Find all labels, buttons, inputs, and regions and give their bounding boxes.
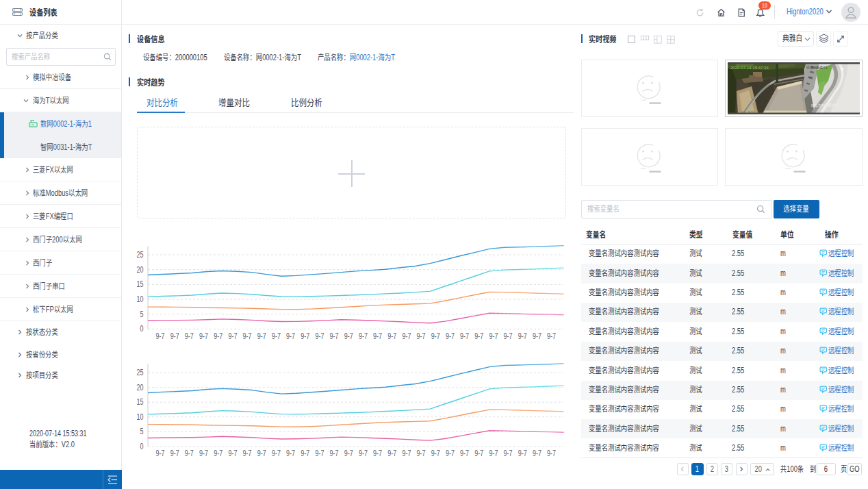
svg-text:9-7: 9-7	[533, 331, 541, 340]
svg-text:9-7: 9-7	[243, 448, 252, 457]
svg-text:9-7: 9-7	[518, 448, 527, 457]
svg-text:9-7: 9-7	[228, 331, 237, 340]
svg-text:9-7: 9-7	[460, 448, 469, 457]
svg-text:9-7: 9-7	[257, 331, 266, 340]
svg-text:9-7: 9-7	[301, 448, 309, 457]
svg-text:2020-07-14 15:47:34: 2020-07-14 15:47:34	[730, 66, 769, 70]
svg-text:15: 15	[136, 397, 143, 407]
svg-text:9-7: 9-7	[489, 331, 498, 340]
svg-text:10: 10	[136, 412, 143, 421]
svg-text:9-7: 9-7	[446, 331, 455, 340]
svg-text:5: 5	[140, 309, 143, 318]
svg-text:9-7: 9-7	[417, 331, 426, 340]
svg-text:9-7: 9-7	[330, 448, 339, 457]
svg-text:9-7: 9-7	[446, 448, 455, 457]
svg-text:数05通道 全景 通道01: 数05通道 全景 通道01	[788, 64, 828, 71]
svg-text:9-7: 9-7	[344, 448, 353, 457]
svg-text:HK/T4N 摄像头: HK/T4N 摄像头	[811, 102, 840, 108]
svg-text:9-7: 9-7	[301, 331, 309, 340]
svg-text:9-7: 9-7	[272, 331, 281, 340]
svg-text:9-7: 9-7	[170, 331, 179, 340]
svg-text:9-7: 9-7	[199, 331, 208, 340]
svg-text:9-7: 9-7	[474, 448, 483, 457]
svg-text:9-7: 9-7	[489, 448, 498, 457]
svg-text:9-7: 9-7	[387, 331, 396, 340]
svg-text:5: 5	[140, 427, 143, 436]
svg-text:9-7: 9-7	[387, 448, 396, 457]
svg-text:9-7: 9-7	[359, 331, 368, 340]
svg-text:15: 15	[136, 279, 143, 289]
svg-text:9-7: 9-7	[243, 331, 252, 340]
svg-text:9-7: 9-7	[373, 331, 382, 340]
svg-text:9-7: 9-7	[272, 448, 281, 457]
svg-text:9-7: 9-7	[373, 448, 382, 457]
svg-text:20: 20	[136, 382, 143, 392]
svg-text:9-7: 9-7	[156, 331, 165, 340]
svg-text:9-7: 9-7	[504, 331, 513, 340]
svg-text:9-7: 9-7	[533, 448, 541, 457]
svg-text:9-7: 9-7	[431, 448, 440, 457]
svg-text:9-7: 9-7	[214, 448, 222, 457]
svg-text:9-7: 9-7	[286, 448, 295, 457]
svg-text:9-7: 9-7	[330, 331, 339, 340]
svg-text:9-7: 9-7	[344, 331, 353, 340]
svg-text:9-7: 9-7	[417, 448, 426, 457]
svg-text:9-7: 9-7	[315, 331, 324, 340]
svg-text:0: 0	[140, 324, 143, 334]
svg-text:9-7: 9-7	[402, 448, 411, 457]
svg-text:9-7: 9-7	[518, 331, 527, 340]
svg-text:9-7: 9-7	[185, 331, 194, 340]
svg-text:20: 20	[136, 264, 143, 274]
svg-text:9-7: 9-7	[156, 448, 165, 457]
svg-text:9-7: 9-7	[185, 448, 194, 457]
svg-text:9-7: 9-7	[402, 331, 411, 340]
svg-text:9-7: 9-7	[504, 448, 513, 457]
svg-text:9-7: 9-7	[315, 448, 324, 457]
svg-text:0: 0	[140, 441, 143, 451]
svg-text:9-7: 9-7	[286, 331, 295, 340]
svg-text:9-7: 9-7	[170, 448, 179, 457]
svg-text:9-7: 9-7	[460, 331, 469, 340]
svg-text:9-7: 9-7	[547, 448, 556, 457]
svg-text:10: 10	[136, 294, 143, 304]
svg-text:9-7: 9-7	[359, 448, 368, 457]
svg-text:25: 25	[136, 368, 143, 377]
svg-text:9-7: 9-7	[199, 448, 208, 457]
svg-text:9-7: 9-7	[474, 331, 483, 340]
svg-text:9-7: 9-7	[228, 448, 237, 457]
svg-text:9-7: 9-7	[431, 331, 440, 340]
svg-text:9-7: 9-7	[214, 331, 222, 340]
svg-text:9-7: 9-7	[257, 448, 266, 457]
svg-text:9-7: 9-7	[547, 331, 556, 340]
svg-text:25: 25	[136, 250, 143, 260]
